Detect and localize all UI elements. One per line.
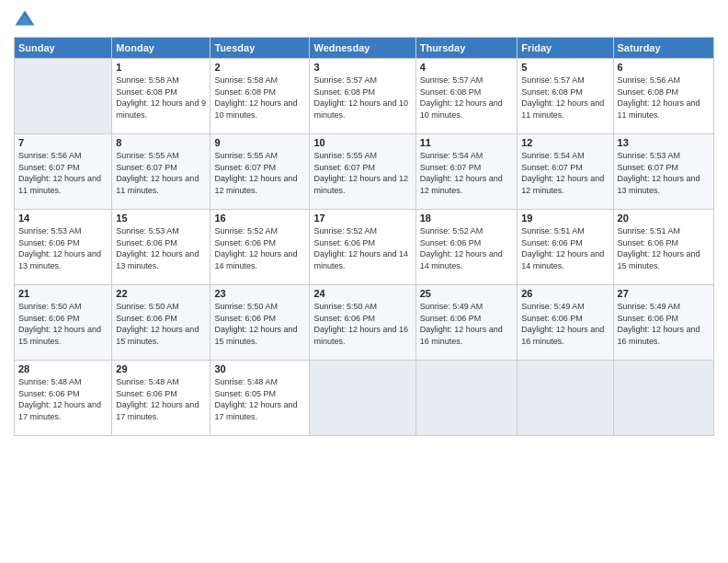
day-info: Sunrise: 5:55 AM Sunset: 6:07 PM Dayligh…: [116, 150, 206, 196]
day-info: Sunrise: 5:51 AM Sunset: 6:06 PM Dayligh…: [521, 225, 609, 271]
day-info: Sunrise: 5:48 AM Sunset: 6:05 PM Dayligh…: [214, 376, 305, 422]
day-cell: [15, 59, 112, 134]
logo-icon: [14, 9, 36, 31]
day-cell: 17 Sunrise: 5:52 AM Sunset: 6:06 PM Dayl…: [310, 210, 415, 285]
day-info: Sunrise: 5:48 AM Sunset: 6:06 PM Dayligh…: [116, 376, 206, 422]
sunset: Sunset: 6:08 PM: [116, 87, 177, 97]
header: [14, 9, 714, 31]
sunrise: Sunrise: 5:53 AM: [18, 226, 82, 236]
sunset: Sunset: 6:06 PM: [214, 314, 276, 323]
header-cell-sunday: Sunday: [15, 38, 112, 59]
day-cell: 12 Sunrise: 5:54 AM Sunset: 6:07 PM Dayl…: [518, 134, 613, 210]
sunset: Sunset: 6:07 PM: [618, 163, 679, 172]
day-info: Sunrise: 5:57 AM Sunset: 6:08 PM Dayligh…: [420, 75, 513, 121]
day-info: Sunrise: 5:54 AM Sunset: 6:07 PM Dayligh…: [521, 150, 609, 196]
daylight: Daylight: 12 hours and 12 minutes.: [313, 174, 408, 195]
daylight: Daylight: 12 hours and 12 minutes.: [214, 174, 297, 195]
sunrise: Sunrise: 5:54 AM: [521, 151, 585, 160]
day-cell: 20 Sunrise: 5:51 AM Sunset: 6:06 PM Dayl…: [613, 210, 713, 285]
sunrise: Sunrise: 5:57 AM: [313, 75, 377, 85]
daylight: Daylight: 12 hours and 15 minutes.: [116, 325, 199, 346]
sunset: Sunset: 6:06 PM: [420, 314, 482, 323]
daylight: Daylight: 12 hours and 12 minutes.: [420, 174, 503, 195]
sunrise: Sunrise: 5:49 AM: [521, 302, 585, 311]
daylight: Daylight: 12 hours and 15 minutes.: [618, 249, 700, 270]
sunrise: Sunrise: 5:52 AM: [214, 226, 278, 236]
daylight: Daylight: 12 hours and 11 minutes.: [521, 98, 604, 120]
day-info: Sunrise: 5:56 AM Sunset: 6:08 PM Dayligh…: [618, 75, 710, 121]
sunset: Sunset: 6:06 PM: [313, 238, 375, 247]
sunset: Sunset: 6:06 PM: [618, 314, 679, 323]
sunset: Sunset: 6:06 PM: [18, 314, 80, 323]
daylight: Daylight: 12 hours and 15 minutes.: [214, 325, 297, 346]
daylight: Daylight: 12 hours and 16 minutes.: [313, 325, 408, 346]
sunset: Sunset: 6:06 PM: [116, 314, 177, 323]
sunset: Sunset: 6:07 PM: [214, 163, 276, 172]
day-cell: 1 Sunrise: 5:58 AM Sunset: 6:08 PM Dayli…: [112, 59, 210, 134]
day-info: Sunrise: 5:50 AM Sunset: 6:06 PM Dayligh…: [18, 301, 108, 347]
sunrise: Sunrise: 5:55 AM: [214, 151, 278, 160]
day-number: 29: [116, 363, 206, 374]
day-number: 11: [420, 137, 513, 148]
day-cell: 2 Sunrise: 5:58 AM Sunset: 6:08 PM Dayli…: [210, 59, 310, 134]
sunrise: Sunrise: 5:57 AM: [521, 75, 585, 85]
day-number: 19: [521, 213, 609, 224]
day-info: Sunrise: 5:57 AM Sunset: 6:08 PM Dayligh…: [521, 75, 609, 121]
daylight: Daylight: 12 hours and 12 minutes.: [521, 174, 604, 195]
week-row-4: 21 Sunrise: 5:50 AM Sunset: 6:06 PM Dayl…: [15, 285, 714, 361]
calendar-table: SundayMondayTuesdayWednesdayThursdayFrid…: [14, 37, 714, 436]
week-row-3: 14 Sunrise: 5:53 AM Sunset: 6:06 PM Dayl…: [15, 210, 714, 285]
day-cell: [613, 361, 713, 436]
daylight: Daylight: 12 hours and 15 minutes.: [18, 325, 101, 346]
day-cell: 14 Sunrise: 5:53 AM Sunset: 6:06 PM Dayl…: [15, 210, 112, 285]
sunset: Sunset: 6:06 PM: [18, 389, 80, 398]
day-number: 12: [521, 137, 609, 148]
day-cell: 9 Sunrise: 5:55 AM Sunset: 6:07 PM Dayli…: [210, 134, 310, 210]
sunrise: Sunrise: 5:55 AM: [313, 151, 377, 160]
day-info: Sunrise: 5:54 AM Sunset: 6:07 PM Dayligh…: [420, 150, 513, 196]
day-number: 10: [313, 137, 411, 148]
sunrise: Sunrise: 5:50 AM: [18, 302, 82, 311]
day-info: Sunrise: 5:52 AM Sunset: 6:06 PM Dayligh…: [214, 225, 305, 271]
header-cell-thursday: Thursday: [415, 38, 517, 59]
day-number: 15: [116, 213, 206, 224]
day-number: 24: [313, 288, 411, 299]
day-cell: 8 Sunrise: 5:55 AM Sunset: 6:07 PM Dayli…: [112, 134, 210, 210]
daylight: Daylight: 12 hours and 17 minutes.: [116, 400, 199, 421]
sunset: Sunset: 6:06 PM: [116, 238, 177, 247]
sunset: Sunset: 6:06 PM: [214, 238, 276, 247]
sunset: Sunset: 6:08 PM: [618, 87, 679, 97]
day-cell: 15 Sunrise: 5:53 AM Sunset: 6:06 PM Dayl…: [112, 210, 210, 285]
sunrise: Sunrise: 5:50 AM: [116, 302, 179, 311]
day-cell: 16 Sunrise: 5:52 AM Sunset: 6:06 PM Dayl…: [210, 210, 310, 285]
day-cell: 23 Sunrise: 5:50 AM Sunset: 6:06 PM Dayl…: [210, 285, 310, 361]
day-number: 18: [420, 213, 513, 224]
daylight: Daylight: 12 hours and 11 minutes.: [18, 174, 101, 195]
day-cell: 10 Sunrise: 5:55 AM Sunset: 6:07 PM Dayl…: [310, 134, 415, 210]
sunset: Sunset: 6:08 PM: [420, 87, 482, 97]
day-cell: 25 Sunrise: 5:49 AM Sunset: 6:06 PM Dayl…: [415, 285, 517, 361]
daylight: Daylight: 12 hours and 13 minutes.: [18, 249, 101, 270]
daylight: Daylight: 12 hours and 16 minutes.: [618, 325, 700, 346]
day-number: 23: [214, 288, 305, 299]
sunset: Sunset: 6:07 PM: [313, 163, 375, 172]
day-cell: 26 Sunrise: 5:49 AM Sunset: 6:06 PM Dayl…: [518, 285, 613, 361]
sunrise: Sunrise: 5:55 AM: [116, 151, 179, 160]
sunset: Sunset: 6:06 PM: [521, 314, 583, 323]
sunrise: Sunrise: 5:58 AM: [214, 75, 278, 85]
daylight: Daylight: 12 hours and 10 minutes.: [420, 98, 503, 120]
day-info: Sunrise: 5:49 AM Sunset: 6:06 PM Dayligh…: [618, 301, 710, 347]
day-number: 2: [214, 62, 305, 73]
sunrise: Sunrise: 5:53 AM: [116, 226, 179, 236]
day-number: 20: [618, 213, 710, 224]
sunset: Sunset: 6:07 PM: [116, 163, 177, 172]
sunrise: Sunrise: 5:56 AM: [18, 151, 82, 160]
day-info: Sunrise: 5:55 AM Sunset: 6:07 PM Dayligh…: [313, 150, 411, 196]
sunrise: Sunrise: 5:58 AM: [116, 75, 179, 85]
day-cell: 5 Sunrise: 5:57 AM Sunset: 6:08 PM Dayli…: [518, 59, 613, 134]
daylight: Daylight: 12 hours and 17 minutes.: [214, 400, 297, 421]
sunrise: Sunrise: 5:49 AM: [618, 302, 681, 311]
day-number: 28: [18, 363, 108, 374]
sunrise: Sunrise: 5:51 AM: [618, 226, 681, 236]
day-number: 7: [18, 137, 108, 148]
